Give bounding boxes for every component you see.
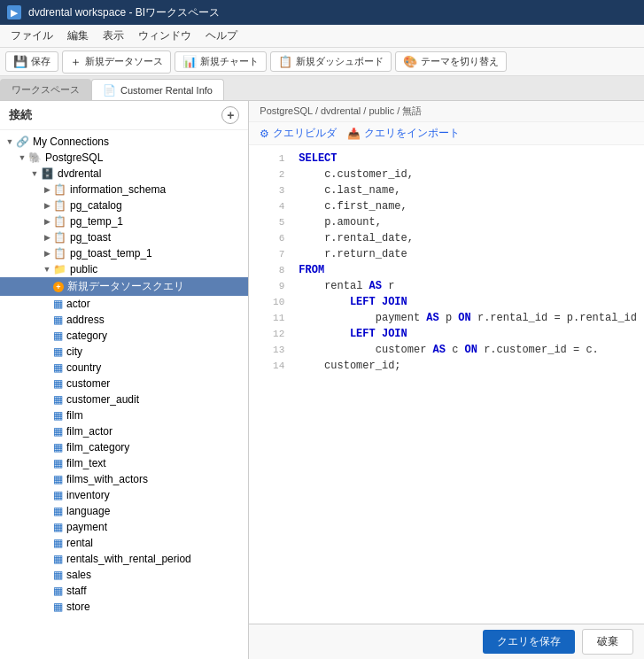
code-editor[interactable]: 1SELECT2 c.customer_id,3 c.last_name,4 c… [249,145,644,624]
actor-label: actor [66,298,90,310]
sidebar-item-category[interactable]: ▦ category [0,328,248,344]
sidebar-item-pg-toast[interactable]: ▶ 📋 pg_toast [0,229,248,245]
menu-file[interactable]: ファイル [4,27,60,45]
city-label: city [66,345,82,358]
schema-icon-pgtoast: 📋 [53,231,66,244]
arrow-pg-temp: ▶ [41,217,53,226]
sidebar-item-film-text[interactable]: ▦ film_text [0,455,248,471]
sidebar-item-pg-temp-1[interactable]: ▶ 📋 pg_temp_1 [0,213,248,229]
code-line: 9 rental AS r [249,280,644,296]
inventory-label: inventory [66,489,110,501]
sidebar-item-rental[interactable]: ▦ rental [0,535,248,551]
table-icon-films-with-actors: ▦ [53,473,63,485]
line-number: 4 [256,200,284,212]
schema-icon-pgtemp: 📋 [53,215,66,228]
menu-window[interactable]: ウィンドウ [131,27,198,45]
theme-toggle-button[interactable]: 🎨 テーマを切り替え [395,51,507,72]
connections-icon: 🔗 [16,136,29,148]
sidebar-item-new-query[interactable]: + 新規データソースクエリ [0,277,248,296]
save-button[interactable]: 💾 保存 [5,51,58,72]
sidebar-item-city[interactable]: ▦ city [0,344,248,360]
sidebar-item-country[interactable]: ▦ country [0,360,248,376]
sidebar-item-address[interactable]: ▦ address [0,312,248,328]
line-number: 10 [256,296,284,307]
sidebar-title: 接続 [9,107,32,123]
new-chart-label: 新規チャート [200,55,259,68]
new-dashboard-button[interactable]: 📋 新規ダッシュボード [270,51,392,72]
information-schema-label: information_schema [70,183,166,196]
new-datasource-button[interactable]: ＋ 新規データソース [62,50,171,74]
film-category-label: film_category [66,441,129,454]
sidebar-item-pg-toast-temp-1[interactable]: ▶ 📋 pg_toast_temp_1 [0,245,248,261]
code-line: 4 c.first_name, [249,200,644,216]
code-line: 13 customer AS c ON r.customer_id = c. [249,344,644,360]
tab-document-icon: 📄 [103,84,116,97]
film-text-label: film_text [66,457,106,469]
sidebar-item-customer-audit[interactable]: ▦ customer_audit [0,392,248,407]
line-number: 9 [256,280,284,291]
sidebar-item-information-schema[interactable]: ▶ 📋 information_schema [0,182,248,198]
sidebar-item-sales[interactable]: ▦ sales [0,567,248,583]
sidebar-item-postgresql[interactable]: ▼ 🐘 PostgreSQL [0,150,248,166]
cancel-button[interactable]: 破棄 [582,629,633,655]
table-icon-city: ▦ [53,345,63,358]
table-icon-film-actor: ▦ [53,425,63,438]
query-builder-icon: ⚙ [260,128,269,140]
code-line: 14 customer_id; [249,360,644,376]
sidebar-item-film-category[interactable]: ▦ film_category [0,439,248,455]
sidebar-item-store[interactable]: ▦ store [0,599,248,615]
workspace-tab-label: ワークスペース [12,83,80,97]
films-with-actors-label: films_with_actors [66,473,148,485]
sidebar-item-customer[interactable]: ▦ customer [0,376,248,392]
line-content: r.return_date [299,248,637,260]
table-icon-country: ▦ [53,361,63,374]
menu-edit[interactable]: 編集 [60,27,96,45]
expand-arrow-dvdrental: ▼ [28,169,41,178]
film-actor-label: film_actor [66,425,113,438]
app-icon: ▶ [7,5,21,19]
sidebar-item-my-connections[interactable]: ▼ 🔗 My Connections [0,134,248,150]
import-query-button[interactable]: 📥 クエリをインポート [347,126,460,141]
sidebar-item-film-actor[interactable]: ▦ film_actor [0,423,248,439]
menu-view[interactable]: 表示 [96,27,131,45]
table-icon-payment: ▦ [53,521,63,533]
code-line: 7 r.return_date [249,248,644,264]
sidebar-item-film[interactable]: ▦ film [0,407,248,423]
line-number: 5 [256,216,284,228]
save-query-button[interactable]: クエリを保存 [483,630,575,654]
line-number: 1 [256,152,284,164]
line-number: 11 [256,312,284,323]
sidebar-item-payment[interactable]: ▦ payment [0,519,248,535]
sidebar-item-rentals-with-rental-period[interactable]: ▦ rentals_with_rental_period [0,551,248,567]
new-chart-button[interactable]: 📊 新規チャート [175,51,267,72]
sidebar-item-inventory[interactable]: ▦ inventory [0,487,248,503]
line-number: 6 [256,232,284,244]
sidebar-item-dvdrental[interactable]: ▼ 🗄️ dvdrental [0,166,248,182]
rental-label: rental [66,537,93,549]
sidebar-header: 接続 + [0,101,248,130]
sidebar-item-public[interactable]: ▼ 📁 public [0,261,248,277]
theme-label: テーマを切り替え [421,55,499,68]
table-icon-customer-audit: ▦ [53,393,63,406]
tab-workspace[interactable]: ワークスペース [0,79,91,100]
code-line: 8FROM [249,264,644,280]
table-icon-category: ▦ [53,330,63,342]
sidebar-item-actor[interactable]: ▦ actor [0,296,248,312]
menu-help[interactable]: ヘルプ [198,27,244,45]
sidebar: 接続 + ▼ 🔗 My Connections ▼ 🐘 PostgreSQL ▼… [0,101,249,659]
sidebar-item-staff[interactable]: ▦ staff [0,583,248,599]
tab-customer-rental-info[interactable]: 📄 Customer Rental Info [91,79,224,100]
add-icon: + [227,108,234,122]
sidebar-item-films-with-actors[interactable]: ▦ films_with_actors [0,471,248,487]
add-connection-button[interactable]: + [221,106,239,124]
table-icon-sales: ▦ [53,569,63,581]
sidebar-item-pg-catalog[interactable]: ▶ 📋 pg_catalog [0,198,248,213]
line-content: LEFT JOIN [299,296,637,308]
new-query-label: 新規データソースクエリ [67,279,184,294]
query-builder-button[interactable]: ⚙ クエリビルダ [260,126,337,141]
dashboard-icon: 📋 [278,55,292,68]
customer-label: customer [66,377,110,390]
save-icon: 💾 [13,55,27,68]
sidebar-item-language[interactable]: ▦ language [0,503,248,519]
table-icon-address: ▦ [53,314,63,326]
